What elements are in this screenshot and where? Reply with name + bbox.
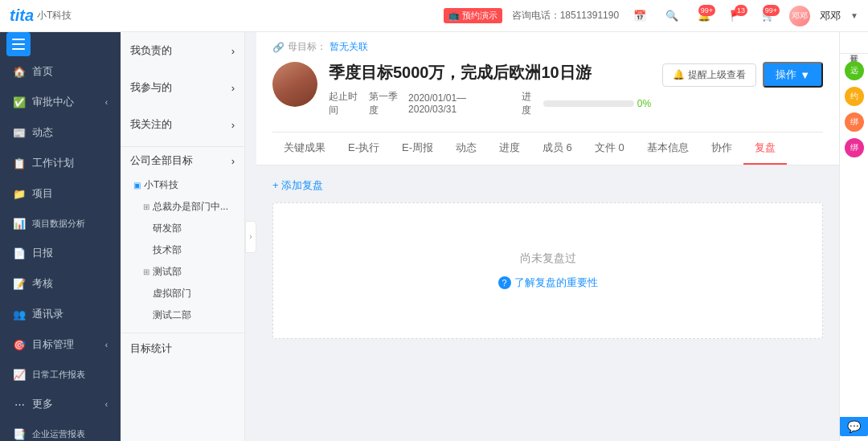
tree-item-0[interactable]: ⊞ 总裁办是部门中... (121, 196, 244, 218)
hamburger-button[interactable] (6, 32, 31, 56)
sidebar-label-audit: 审批中心 (32, 95, 74, 109)
sidebar-item-goal-mgmt[interactable]: 🎯 目标管理 ‹ (0, 329, 121, 360)
sidebar-label-workplan: 工作计划 (32, 156, 74, 170)
right-btn-2-label: 约 (850, 91, 858, 102)
calendar-icon: 📅 (633, 10, 646, 22)
demo-button[interactable]: 📺 预约演示 (444, 8, 502, 23)
goal-time-item: 起止时间 第一季度 2020/01/01—2020/03/31 (329, 90, 509, 117)
tree-item-3[interactable]: ⊞ 测试部 (121, 261, 244, 283)
sidebar-label-daily-report: 日常工作报表 (32, 369, 85, 381)
tab-cooperate[interactable]: 协作 (700, 133, 743, 165)
search-icon-btn[interactable]: 🔍 (661, 5, 683, 27)
tab-key-results-label: 关键成果 (284, 141, 326, 153)
flag-icon-btn[interactable]: 🚩 13 (725, 5, 747, 27)
tab-basic-info[interactable]: 基本信息 (636, 133, 700, 165)
logo: tita 小T科技 (10, 6, 72, 25)
online-service-btn[interactable]: 💬 在线客服 (840, 417, 868, 436)
tab-e-weekly[interactable]: E-周报 (391, 133, 444, 165)
audit-arrow-icon: ‹ (105, 98, 108, 107)
right-btn-1-label: 远 (850, 65, 858, 76)
empty-text: 尚未复盘过 (520, 251, 576, 266)
my-follow-group: 我关注的 › (121, 106, 244, 143)
sidebar-label-goal-mgmt: 目标管理 (32, 337, 74, 352)
goal-progress-label: 进度 (522, 90, 540, 117)
operate-label: 操作 (776, 67, 796, 82)
collapse-sidebar-btn[interactable]: › (245, 221, 256, 253)
my-follow-label: 我关注的 (130, 117, 172, 132)
tab-e-execute[interactable]: E-执行 (337, 133, 391, 165)
company-goals-header[interactable]: 公司全部目标 › (121, 147, 244, 174)
sidebar-label-contacts: 通讯录 (32, 307, 63, 321)
report-icon: 📈 (13, 368, 26, 381)
tab-key-results[interactable]: 关键成果 (272, 133, 337, 165)
tab-dynamic[interactable]: 动态 (444, 133, 488, 165)
learn-link-label: 了解复盘的重要性 (514, 276, 598, 290)
top-left: tita 小T科技 (10, 6, 72, 25)
sidebar-item-daily[interactable]: 📄 日报 (0, 238, 121, 268)
sidebar-label-analysis: 项目数据分析 (32, 218, 85, 230)
cart-badge: 99+ (763, 5, 780, 16)
right-btn-1[interactable]: 远 (845, 61, 864, 80)
tree-org-root[interactable]: ▣ 小T科技 (121, 174, 244, 196)
user-avatar[interactable]: 邓邓 (789, 6, 810, 27)
tab-progress[interactable]: 进度 (488, 133, 531, 165)
learn-link[interactable]: ? 了解复盘的重要性 (498, 276, 598, 290)
tab-progress-label: 进度 (499, 141, 520, 153)
sidebar-item-dynamic[interactable]: 📰 动态 (0, 117, 121, 148)
right-btn-3[interactable]: 绑 (845, 112, 864, 132)
sidebar-label-project: 项目 (32, 186, 53, 201)
sidebar-item-attendance[interactable]: 📝 考核 (0, 268, 121, 299)
attendance-icon: 📝 (13, 277, 26, 290)
user-dropdown-icon[interactable]: ▼ (850, 11, 858, 20)
tab-review[interactable]: 复盘 (743, 133, 787, 165)
contacts-icon: 👥 (13, 308, 26, 321)
sidebar-item-workplan[interactable]: 📋 工作计划 (0, 148, 121, 178)
sidebar-label-daily: 日报 (32, 246, 53, 260)
remind-icon: 🔔 (673, 69, 685, 80)
sidebar-item-daily-report[interactable]: 📈 日常工作报表 (0, 360, 121, 389)
goal-header: 季度目标5000万，完成后欧洲10日游 起止时间 第一季度 2020/01/01… (272, 62, 823, 125)
tree-item-4[interactable]: 虚拟部门 (121, 283, 244, 304)
phone-label: 咨询电话：18511391190 (512, 9, 619, 22)
sidebar: 🏠 首页 ✅ 审批中心 ‹ 📰 动态 📋 工作计划 📁 项目 📊 (0, 32, 121, 441)
tab-members[interactable]: 成员 6 (531, 133, 583, 165)
operate-button[interactable]: 操作 ▼ (763, 62, 823, 88)
right-btn-2[interactable]: 约 (845, 87, 864, 106)
empty-box: 尚未复盘过 ? 了解复盘的重要性 (272, 202, 823, 339)
my-follow-header[interactable]: 我关注的 › (121, 111, 244, 138)
logo-subtitle: 小T科技 (37, 9, 72, 22)
sidebar-label-biz-report: 企业运营报表 (32, 428, 85, 440)
expand-button[interactable]: 展开 (840, 37, 868, 54)
breadcrumb-link[interactable]: 暂无关联 (330, 40, 368, 54)
tree-item-2[interactable]: 技术部 (121, 239, 244, 261)
tab-e-execute-label: E-执行 (348, 141, 379, 153)
add-review-button[interactable]: + 添加复盘 (272, 178, 823, 193)
my-responsible-header[interactable]: 我负责的 › (121, 37, 244, 64)
sidebar-item-biz-report[interactable]: 📑 企业运营报表 (0, 419, 121, 441)
my-participate-header[interactable]: 我参与的 › (121, 74, 244, 101)
bell-icon-btn[interactable]: 🔔 99+ (693, 5, 715, 27)
cart-icon-btn[interactable]: 🛒 99+ (757, 5, 780, 27)
app-container: tita 小T科技 📺 预约演示 咨询电话：18511391190 📅 🔍 🔔 … (0, 0, 868, 441)
tabs: 关键成果 E-执行 E-周报 动态 进度 成员 6 (272, 132, 823, 165)
sidebar-item-contacts[interactable]: 👥 通讯录 (0, 299, 121, 329)
goal-date-range: 2020/01/01—2020/03/31 (408, 92, 509, 115)
tree-item-1[interactable]: 研发部 (121, 218, 244, 239)
tree-org-label: 小T科技 (144, 178, 178, 192)
right-btn-4[interactable]: 绑 (845, 138, 864, 157)
right-panel: 展开 远 约 绑 绑 💬 在线客服 (839, 32, 868, 441)
sidebar-item-project[interactable]: 📁 项目 (0, 178, 121, 209)
sidebar-item-audit[interactable]: ✅ 审批中心 ‹ (0, 87, 121, 117)
my-follow-arrow: › (231, 119, 235, 131)
tab-files[interactable]: 文件 0 (583, 133, 636, 165)
tab-basic-info-label: 基本信息 (647, 141, 689, 153)
calendar-icon-btn[interactable]: 📅 (628, 5, 651, 27)
sidebar-item-home[interactable]: 🏠 首页 (0, 56, 121, 87)
sidebar-item-analysis[interactable]: 📊 项目数据分析 (0, 209, 121, 238)
tree-item-5[interactable]: 测试二部 (121, 304, 244, 326)
home-icon: 🏠 (13, 65, 26, 78)
remind-button[interactable]: 🔔 提醒上级查看 (662, 63, 756, 87)
sidebar-item-more[interactable]: ⋯ 更多 ‹ (0, 389, 121, 419)
breadcrumb-prefix: 母目标： (288, 40, 326, 54)
daily-icon: 📄 (13, 247, 26, 259)
